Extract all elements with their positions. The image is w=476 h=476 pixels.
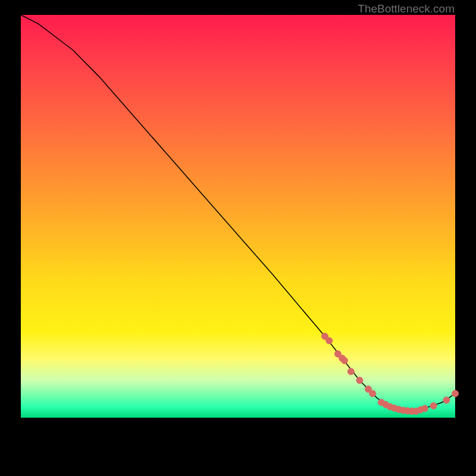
watermark-text: TheBottleneck.com	[358, 2, 455, 15]
chart-container: TheBottleneck.com	[0, 0, 476, 476]
plot-gradient-background	[21, 15, 455, 455]
